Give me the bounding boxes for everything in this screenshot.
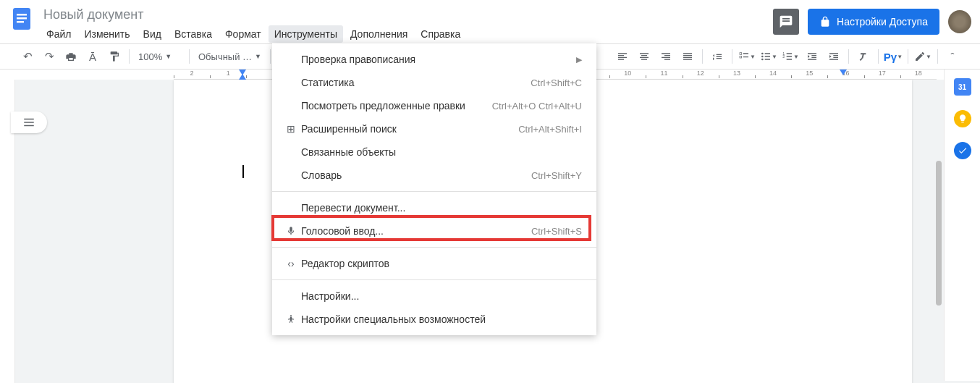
tasks-addon-icon[interactable] [954,142,971,159]
menu-item-icon: ⊞ [281,123,301,135]
menu-item-6[interactable]: Перевести документ... [272,196,596,219]
indent-decrease-button[interactable] [802,46,822,67]
user-avatar[interactable] [948,10,971,33]
menu-вид[interactable]: Вид [138,25,167,43]
menu-item-label: Редактор скриптов [301,258,582,269]
svg-rect-5 [740,56,742,58]
collapse-toolbar-button[interactable]: ˆ [942,46,963,67]
menu-item-3[interactable]: ⊞Расширенный поискCtrl+Alt+Shift+I [272,117,596,140]
side-panel: 31 [944,70,980,381]
paint-format-button[interactable] [104,46,124,67]
align-justify-button[interactable] [677,46,698,67]
menu-item-5[interactable]: СловарьCtrl+Shift+Y [272,164,596,187]
menu-формат[interactable]: Формат [219,25,267,43]
spellcheck-button[interactable]: Ā [83,46,103,67]
menu-item-label: Настройки... [301,290,582,302]
app-header: Новый документ ФайлИзменитьВидВставкаФор… [0,0,980,43]
menu-item-shortcut: Ctrl+Shift+S [531,226,582,237]
share-button-label: Настройки Доступа [837,16,928,28]
menu-вставка[interactable]: Вставка [169,25,218,43]
svg-point-7 [761,56,764,58]
menu-item-label: Голосовой ввод... [301,225,531,237]
menu-item-shortcut: Ctrl+Alt+O Ctrl+Alt+U [492,101,582,111]
menu-item-label: Перевести документ... [301,202,582,214]
svg-point-8 [761,59,764,61]
svg-point-6 [761,53,764,55]
menu-item-label: Настройки специальных возможностей [301,313,582,325]
redo-button[interactable]: ↷ [39,46,59,67]
align-right-button[interactable] [656,46,676,67]
submenu-arrow-icon: ▶ [576,55,582,64]
comments-icon[interactable] [773,9,799,35]
menu-item-0[interactable]: Проверка правописания▶ [272,48,596,71]
editing-mode-button[interactable]: ▼ [913,46,933,67]
menu-item-7[interactable]: Голосовой ввод...Ctrl+Shift+S [272,219,596,243]
text-cursor [242,165,244,178]
document-title[interactable]: Новый документ [41,6,773,24]
svg-text:2: 2 [782,54,785,59]
print-button[interactable] [61,46,81,67]
clear-formatting-button[interactable] [853,46,874,67]
align-left-button[interactable] [612,46,633,67]
numbered-list-button[interactable]: 12▼ [780,46,801,67]
menu-изменить[interactable]: Изменить [78,25,135,43]
undo-button[interactable]: ↶ [17,46,38,67]
menu-item-1[interactable]: СтатистикаCtrl+Shift+C [272,71,596,94]
bullet-list-button[interactable]: ▼ [759,46,779,67]
personal-dictionary-button[interactable]: Рγ ▼ [883,46,903,67]
share-button[interactable]: Настройки Доступа [808,9,939,35]
style-selector[interactable]: Обычный … ▼ [194,51,266,62]
menu-item-label: Расширенный поиск [301,123,518,135]
keep-addon-icon[interactable] [954,110,971,127]
menu-item-icon [281,226,301,236]
docs-logo-icon[interactable] [9,6,35,32]
svg-rect-3 [17,21,24,23]
menu-item-shortcut: Ctrl+Alt+Shift+I [518,124,582,135]
menu-item-label: Посмотреть предложенные правки [301,100,492,111]
menu-item-icon: ‹› [281,258,301,269]
menu-item-label: Словарь [301,169,531,181]
svg-rect-2 [17,17,27,20]
menu-item-label: Связанные объекты [301,146,582,158]
align-center-button[interactable] [634,46,654,67]
menu-item-9[interactable]: Настройки... [272,285,596,308]
svg-rect-1 [17,14,27,16]
menu-item-8[interactable]: ‹›Редактор скриптов [272,252,596,275]
menu-item-10[interactable]: Настройки специальных возможностей [272,308,596,331]
menubar: ФайлИзменитьВидВставкаФорматИнструментыД… [41,25,773,43]
lock-icon [819,16,831,28]
checklist-button[interactable]: ▼ [737,46,757,67]
zoom-selector[interactable]: 100% ▼ [134,51,185,62]
calendar-addon-icon[interactable]: 31 [954,78,971,96]
svg-rect-4 [740,53,742,55]
outline-toggle-button[interactable] [11,111,47,133]
indent-increase-button[interactable] [824,46,844,67]
vertical-scrollbar[interactable] [934,161,944,383]
tools-menu-dropdown: Проверка правописания▶СтатистикаCtrl+Shi… [272,43,596,335]
title-area: Новый документ ФайлИзменитьВидВставкаФор… [41,6,773,43]
menu-item-label: Статистика [301,77,531,88]
menu-item-shortcut: Ctrl+Shift+Y [531,170,582,181]
menu-дополнения[interactable]: Дополнения [345,25,413,43]
menu-файл[interactable]: Файл [41,25,77,43]
menu-item-icon [281,314,301,324]
menu-item-2[interactable]: Посмотреть предложенные правкиCtrl+Alt+O… [272,94,596,117]
menu-item-4[interactable]: Связанные объекты [272,140,596,164]
menu-справка[interactable]: Справка [415,25,466,43]
menu-инструменты[interactable]: Инструменты [269,25,343,43]
svg-point-11 [290,315,292,316]
line-spacing-button[interactable] [707,46,727,67]
menu-item-label: Проверка правописания [301,54,570,65]
header-actions: Настройки Доступа [773,9,971,35]
menu-item-shortcut: Ctrl+Shift+C [531,77,582,88]
